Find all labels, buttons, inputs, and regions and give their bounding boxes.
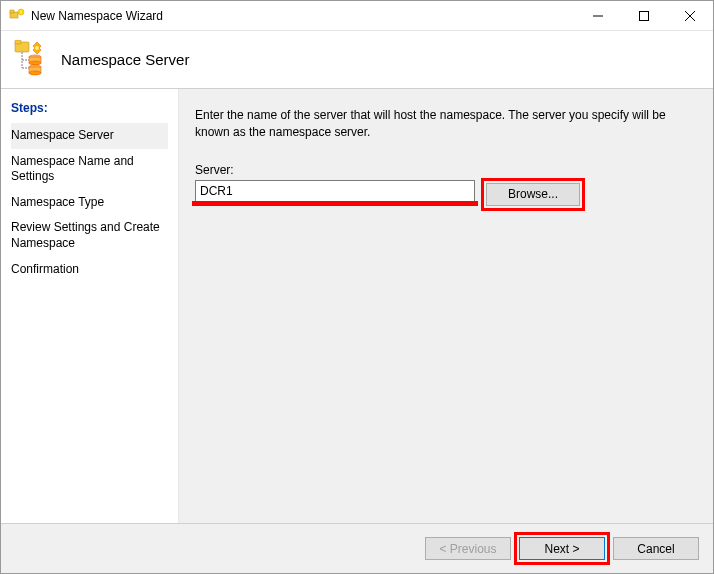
step-namespace-server[interactable]: Namespace Server — [11, 123, 168, 149]
titlebar: New Namespace Wizard — [1, 1, 713, 31]
step-review-settings[interactable]: Review Settings and Create Namespace — [11, 215, 168, 256]
window-controls — [575, 1, 713, 30]
steps-sidebar: Steps: Namespace Server Namespace Name a… — [1, 89, 179, 523]
app-icon — [9, 8, 25, 24]
server-input[interactable] — [195, 180, 475, 202]
server-label: Server: — [195, 163, 697, 177]
svg-rect-4 — [640, 12, 649, 21]
svg-rect-8 — [15, 40, 21, 44]
svg-rect-1 — [10, 10, 14, 13]
svg-point-15 — [29, 61, 41, 65]
page-title: Namespace Server — [61, 51, 189, 68]
namespace-icon — [11, 40, 51, 80]
maximize-button[interactable] — [621, 1, 667, 31]
browse-button[interactable]: Browse... — [486, 183, 580, 206]
step-namespace-name[interactable]: Namespace Name and Settings — [11, 149, 168, 190]
window-title: New Namespace Wizard — [31, 9, 575, 23]
step-confirmation[interactable]: Confirmation — [11, 257, 168, 283]
main-panel: Enter the name of the server that will h… — [179, 89, 713, 523]
close-button[interactable] — [667, 1, 713, 31]
content-area: Steps: Namespace Server Namespace Name a… — [1, 89, 713, 523]
steps-heading: Steps: — [11, 101, 168, 115]
previous-button: < Previous — [425, 537, 511, 560]
instruction-text: Enter the name of the server that will h… — [195, 107, 697, 141]
cancel-button[interactable]: Cancel — [613, 537, 699, 560]
svg-point-18 — [29, 71, 41, 75]
svg-point-9 — [35, 46, 39, 50]
server-input-row: Browse... — [195, 180, 697, 209]
wizard-footer: < Previous Next > Cancel — [1, 523, 713, 573]
step-namespace-type[interactable]: Namespace Type — [11, 190, 168, 216]
wizard-header: Namespace Server — [1, 31, 713, 89]
next-button[interactable]: Next > — [519, 537, 605, 560]
minimize-button[interactable] — [575, 1, 621, 31]
